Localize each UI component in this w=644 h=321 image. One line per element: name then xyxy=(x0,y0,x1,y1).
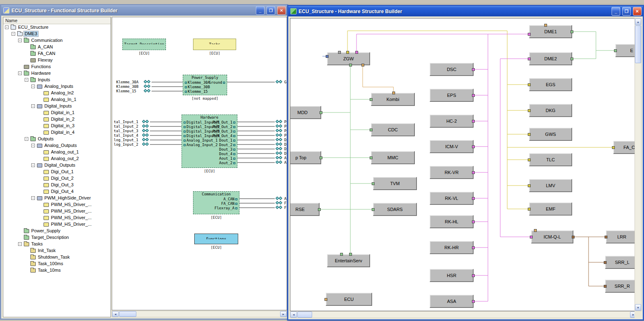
tree-row[interactable]: -Communication xyxy=(3,37,110,44)
port-square[interactable] xyxy=(528,184,531,187)
port-square[interactable] xyxy=(614,49,617,52)
tree-row[interactable]: -PWM_HighSide_Driver xyxy=(3,195,110,202)
tree-item-label[interactable]: ECU_Structure xyxy=(17,25,49,30)
tree-row[interactable]: Power_Supply xyxy=(3,228,110,234)
func-block-communication[interactable]: CommunicationA_CANFA_CANFlexray_A xyxy=(193,191,239,214)
hw-node-tvm[interactable]: TVM xyxy=(373,177,417,190)
tree-row[interactable]: Digi_Out_4 xyxy=(3,188,110,195)
tree-item-label[interactable]: Init_Task xyxy=(37,248,56,253)
tree-item-label[interactable]: Digital_in_1 xyxy=(50,110,75,115)
hw-node-zgw[interactable]: ZGW xyxy=(327,52,370,65)
h-scroll-thumb[interactable] xyxy=(297,312,312,318)
tree-expander[interactable]: - xyxy=(31,196,35,200)
tree-item-label[interactable]: Flexray xyxy=(37,57,53,63)
tree-row[interactable]: -Digital_Outputs xyxy=(3,162,110,169)
hw-node-entertainserv[interactable]: EntertainServ xyxy=(327,254,370,267)
port-square[interactable] xyxy=(472,68,475,71)
tree-item-label[interactable]: Shutdown_Task xyxy=(37,255,71,260)
port-square[interactable] xyxy=(372,182,375,185)
func-block-functions[interactable]: Functions xyxy=(194,234,238,244)
tree-row[interactable]: -Analog_Outputs xyxy=(3,142,110,149)
port-square[interactable] xyxy=(528,109,531,112)
port-square[interactable] xyxy=(530,236,533,238)
tree-expander[interactable]: - xyxy=(12,32,15,36)
tree-expander[interactable]: - xyxy=(31,85,35,88)
hw-node-e[interactable]: E xyxy=(615,44,637,57)
tree-item-label[interactable]: Digi_Out_3 xyxy=(50,182,74,188)
hw-node-srr-r[interactable]: SRR_R xyxy=(605,280,637,293)
hw-node-dsc[interactable]: DSC xyxy=(430,63,474,76)
port-square[interactable] xyxy=(572,236,575,238)
tree-row[interactable]: -Tasks xyxy=(3,241,110,248)
hw-node-ecu[interactable]: ECU xyxy=(326,293,372,306)
v-scroll-thumb[interactable] xyxy=(635,25,641,63)
port-square[interactable] xyxy=(472,274,475,277)
port-square[interactable] xyxy=(318,208,321,211)
hardware-titlebar[interactable]: ECU_Structure - Hardware Structure Build… xyxy=(288,6,643,16)
tree-row[interactable]: Analog_In2 xyxy=(3,90,110,96)
tree-row[interactable]: Task_10ms xyxy=(3,267,110,274)
tree-expander[interactable]: - xyxy=(31,104,35,108)
port-square[interactable] xyxy=(472,94,475,97)
tree-item-label[interactable]: PWM_HS_Driver_... xyxy=(50,202,92,207)
port-square[interactable] xyxy=(370,128,373,131)
tree-expander[interactable]: - xyxy=(25,137,28,141)
tree-expander[interactable]: - xyxy=(18,71,22,75)
port-square[interactable] xyxy=(544,24,547,27)
tree-expander[interactable]: - xyxy=(5,25,9,29)
port-square[interactable] xyxy=(472,171,475,174)
port-square[interactable] xyxy=(355,51,358,54)
port-square[interactable] xyxy=(605,236,607,238)
tree-row[interactable]: Digital_in_1 xyxy=(3,110,110,116)
tree-item-label[interactable]: PWM_HS_Driver_... xyxy=(50,215,92,220)
port-square[interactable] xyxy=(534,229,537,232)
hw-node-rse[interactable]: RSE xyxy=(290,203,320,216)
tree-row[interactable]: -Inputs xyxy=(3,77,110,83)
close-button[interactable]: ✕ xyxy=(633,7,642,16)
tree-row[interactable]: Analog_out_1 xyxy=(3,149,110,156)
tree-row[interactable]: Digital_in_4 xyxy=(3,129,110,136)
tree-item-label[interactable]: Digi_Out_4 xyxy=(50,189,74,194)
tree-row[interactable]: Analog_In_1 xyxy=(3,96,110,103)
port-square[interactable] xyxy=(472,220,475,223)
tree-item-label[interactable]: FA_CAN xyxy=(37,51,56,56)
tree-row[interactable]: Target_Description xyxy=(3,234,110,241)
scroll-up-button[interactable]: ▲ xyxy=(635,18,641,25)
tree-row[interactable]: -DME3 xyxy=(3,31,110,37)
tree-row[interactable]: Shutdown_Task xyxy=(3,254,110,261)
tree-row[interactable]: Task_100ms xyxy=(3,261,110,267)
tree-item-label[interactable]: Functions xyxy=(30,64,52,69)
hw-node-rk-hl[interactable]: RK-HL xyxy=(430,215,474,228)
scroll-left-button[interactable]: ◄ xyxy=(290,312,297,318)
functional-h-scrollbar[interactable]: ◄ ► xyxy=(112,311,287,317)
port-square[interactable] xyxy=(604,285,607,288)
hardware-v-scrollbar[interactable]: ▲ ▼ xyxy=(635,18,642,311)
port-square[interactable] xyxy=(472,145,475,148)
port-square[interactable] xyxy=(528,83,531,86)
tree-row[interactable]: Functions xyxy=(3,64,110,70)
tree-row[interactable]: Digi_Out_3 xyxy=(3,182,110,188)
func-block-hardware[interactable]: HardwareDigital_Input_1Digital_Input_2Di… xyxy=(182,115,237,168)
tree-item-label[interactable]: Digital_Outputs xyxy=(44,163,76,168)
hw-node-hsr[interactable]: HSR xyxy=(430,269,474,282)
port-square[interactable] xyxy=(326,55,329,58)
port-square[interactable] xyxy=(570,30,573,33)
hw-node-dme1[interactable]: DME1 xyxy=(529,25,572,38)
tree-item-label[interactable]: Analog_out_2 xyxy=(50,156,80,161)
tree-row[interactable]: Digi_Out_2 xyxy=(3,175,110,182)
tree-row[interactable]: Digital_in_2 xyxy=(3,116,110,123)
maximize-button[interactable]: ❐ xyxy=(622,7,631,16)
port-square[interactable] xyxy=(320,111,322,114)
tree-item-label[interactable]: Digital_Inputs xyxy=(44,103,73,109)
hw-node-dme2[interactable]: DME2 xyxy=(529,52,572,65)
port-square[interactable] xyxy=(320,156,322,159)
tree-item-label[interactable]: Communication xyxy=(30,38,63,43)
tree-expander[interactable]: - xyxy=(18,242,22,246)
port-square[interactable] xyxy=(472,246,475,249)
hw-node-kombi[interactable]: Kombi xyxy=(371,93,415,106)
hardware-canvas[interactable]: ZGWKombiCDCMMCTVMSDARSMDDp TopRSEEnterta… xyxy=(290,18,637,311)
port-square[interactable] xyxy=(370,156,373,159)
tree-item-label[interactable]: A_CAN xyxy=(37,44,54,50)
tree-item-label[interactable]: Target_Description xyxy=(30,235,70,240)
tree-item-label[interactable]: Analog_In2 xyxy=(50,90,75,96)
